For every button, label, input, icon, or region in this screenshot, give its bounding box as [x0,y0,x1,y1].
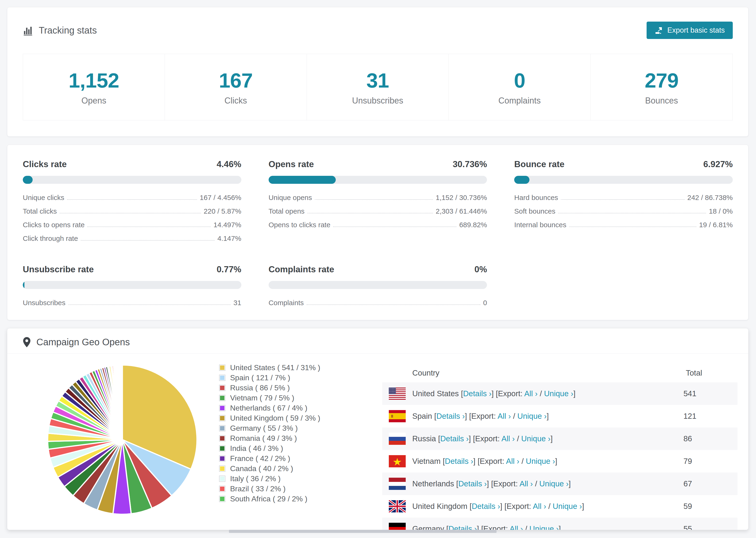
details-link[interactable]: Details › [449,524,477,530]
export-unique-link[interactable]: Unique › [526,457,555,465]
details-link[interactable]: Details › [445,457,473,465]
country-name: Russia [ [412,434,440,443]
details-link[interactable]: Details › [436,412,465,420]
export-all-link[interactable]: All › [502,434,515,443]
rate-row-value: 689.82% [459,221,487,229]
country-name: Netherlands [ [412,479,458,488]
legend-swatch [219,456,225,462]
legend-item-netherlands[interactable]: Netherlands ( 67 / 4% ) [219,403,320,413]
legend-swatch [219,486,225,492]
legend-label: India ( 46 / 3% ) [230,444,283,453]
details-link[interactable]: Details › [463,389,491,398]
rate-row-value: 14.497% [213,221,241,229]
bar-chart-icon [23,25,33,36]
export-unique-link[interactable]: Unique › [521,434,551,443]
legend-item-romania[interactable]: Romania ( 49 / 3% ) [219,433,320,443]
legend-item-united-kingdom[interactable]: United Kingdom ( 59 / 3% ) [219,413,320,423]
rate-value: 0% [474,265,487,274]
stat-cell-bounces: 279Bounces [591,54,732,120]
legend-label: Brazil ( 33 / 2% ) [230,484,286,493]
rate-row-value: 167 / 4.456% [200,194,242,202]
rate-row-label: Complaints [269,299,304,307]
export-unique-link[interactable]: Unique › [529,524,559,530]
rate-rows: Complaints0 [269,299,487,307]
legend-item-brazil[interactable]: Brazil ( 33 / 2% ) [219,484,320,494]
bracket-close: ] [573,389,575,398]
details-link[interactable]: Details › [458,479,487,488]
legend-item-germany[interactable]: Germany ( 55 / 3% ) [219,423,320,433]
export-all-link[interactable]: All › [519,479,533,488]
country-name: Spain [ [412,412,436,420]
rate-head: Unsubscribe rate0.77% [23,265,242,274]
export-all-link[interactable]: All › [524,389,538,398]
rate-title: Bounce rate [514,159,565,169]
export-unique-link[interactable]: Unique › [544,389,573,398]
rate-progress-fill [23,281,25,289]
slash-separator: / [519,457,526,465]
dotted-leader [68,304,231,305]
legend-item-france[interactable]: France ( 42 / 2% ) [219,454,320,463]
slash-separator: / [533,479,540,488]
legend-label: Italy ( 36 / 2% ) [230,474,281,483]
legend-label: Spain ( 121 / 7% ) [230,373,290,382]
rate-row-label: Total clicks [23,207,57,215]
export-prefix: ] [Export: [500,502,533,511]
legend-item-india[interactable]: India ( 46 / 3% ) [219,443,320,454]
export-all-link[interactable]: All › [510,524,523,530]
tracking-stats-card: Tracking stats Export basic stats 1,152O… [7,7,748,136]
export-prefix: ] [Export: [469,434,501,443]
rate-value: 30.736% [453,159,487,169]
stat-label: Unsubscribes [352,96,403,106]
stat-cell-complaints: 0Complaints [449,54,590,120]
total-cell: 59 [683,502,692,511]
stat-value: 279 [645,69,678,92]
rate-row-label: Unsubscribes [23,299,66,307]
rate-block-opens-rate: Opens rate30.736%Unique opens1,152 / 30.… [269,159,487,248]
dotted-leader [561,199,684,200]
details-link[interactable]: Details › [440,434,469,443]
legend-label: Canada ( 40 / 2% ) [230,464,293,473]
export-all-link[interactable]: All › [506,457,519,465]
rate-row-value: 220 / 5.87% [204,207,242,215]
rate-progress-track [514,176,733,184]
rate-progress-fill [514,176,529,184]
rate-block-clicks-rate: Clicks rate4.46%Unique clicks167 / 4.456… [23,159,242,248]
dotted-leader [67,199,197,200]
rate-row-value: 4.147% [217,235,242,242]
rate-block-complaints-rate: Complaints rate0%Complaints0 [269,265,487,312]
export-unique-link[interactable]: Unique › [553,502,582,511]
export-icon [655,26,663,34]
legend-item-canada[interactable]: Canada ( 40 / 2% ) [219,463,320,474]
country-cell: Spain [Details ›] [Export: All › / Uniqu… [412,412,549,421]
tracking-stats-title: Tracking stats [23,25,97,36]
rate-rows: Hard bounces242 / 86.738%Soft bounces18 … [514,194,733,229]
export-unique-link[interactable]: Unique › [539,479,568,488]
slash-separator: / [546,502,553,511]
legend-item-italy[interactable]: Italy ( 36 / 2% ) [219,474,320,484]
export-basic-stats-button[interactable]: Export basic stats [647,22,733,39]
rate-rows: Unsubscribes31 [23,299,242,307]
export-unique-link[interactable]: Unique › [517,412,547,420]
rate-row-label: Unique clicks [23,194,64,202]
slash-separator: / [511,412,517,420]
details-link[interactable]: Details › [472,502,500,511]
rate-value: 6.927% [703,159,733,169]
stat-label: Opens [81,96,106,106]
rate-row: Complaints0 [269,299,487,307]
legend-item-south-africa[interactable]: South Africa ( 29 / 2% ) [219,494,320,504]
legend-swatch [219,465,225,472]
legend-item-united-states[interactable]: United States ( 541 / 31% ) [219,363,320,373]
legend-item-russia[interactable]: Russia ( 86 / 5% ) [219,383,320,393]
geo-table-row-ru: Russia [Details ›] [Export: All › / Uniq… [382,427,737,450]
export-all-link[interactable]: All › [533,502,546,511]
export-prefix: ] [Export: [487,479,519,488]
legend-item-vietnam[interactable]: Vietnam ( 79 / 5% ) [219,393,320,403]
rate-row-label: Unique opens [269,194,312,202]
export-all-link[interactable]: All › [498,412,511,420]
campaign-geo-opens-card: Campaign Geo Opens United States ( 541 /… [7,328,748,530]
slash-separator: / [515,434,521,443]
legend-item-spain[interactable]: Spain ( 121 / 7% ) [219,373,320,383]
horizontal-scrollbar-thumb[interactable] [229,530,497,533]
bracket-close: ] [559,524,561,530]
rate-head: Opens rate30.736% [269,159,487,169]
